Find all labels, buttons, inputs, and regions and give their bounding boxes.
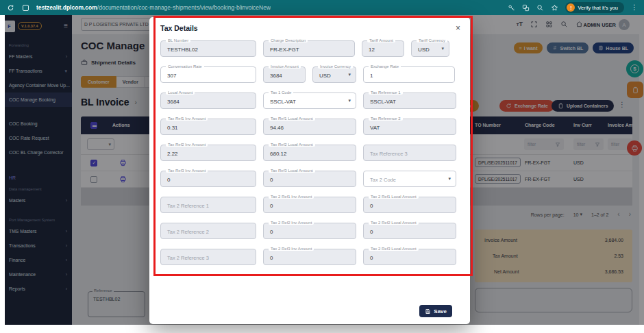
field-placeholder: Tax 2 Reference 3 (167, 255, 209, 261)
field-tax-reference-3[interactable]: Tax Reference 3 (363, 145, 456, 161)
field-value: 0 (270, 177, 273, 183)
refresh-icon[interactable] (6, 3, 15, 12)
field-value: 3684 (167, 99, 179, 105)
field-tariff-amount[interactable]: Tariff Amount12 (362, 40, 404, 57)
field-value: SSCL-VAT (370, 99, 396, 105)
field-value: 3684 (270, 73, 282, 79)
field-charge-description[interactable]: Charge DescriptionFR-EX-FGT (263, 40, 355, 57)
save-button[interactable]: Save (419, 305, 452, 317)
field-value: USD (418, 47, 430, 53)
field-value: 0 (270, 203, 273, 209)
field-label: Tariff Amount (367, 38, 395, 42)
field-label: Tax 2 Ref1 Local Amount (369, 195, 419, 199)
field-label: Tax Reference 1 (369, 90, 403, 95)
verify-button[interactable]: ! Verify that it's you (565, 2, 624, 13)
field-label: Tax Ref1 Inv Amount (166, 116, 208, 121)
field-placeholder: Tax 2 Code (370, 177, 396, 183)
field-value: 2.22 (167, 151, 178, 157)
field-placeholder: Tax 2 Reference 1 (167, 203, 209, 209)
field-row: Conversation Rate307Invoice Amount3684In… (160, 66, 459, 83)
field-row: Tax Ref3 Inv Amount0Tax Ref3 Local Amoun… (160, 171, 459, 187)
modal-title: Tax Details (160, 24, 198, 32)
field-label: Tax Ref3 Inv Amount (166, 169, 208, 173)
field-tax-ref2-inv-amount[interactable]: Tax Ref2 Inv Amount2.22 (160, 145, 256, 161)
field-label: Invoice Currency (318, 64, 353, 69)
field-tax-2-reference-3[interactable]: Tax 2 Reference 3 (160, 249, 256, 265)
field-tax-2-ref2-local-amount[interactable]: Tax 2 Ref2 Local Amount0 (363, 223, 456, 239)
field-label: Tax Ref2 Inv Amount (166, 143, 208, 147)
field-label: BL Number (166, 38, 190, 42)
search-icon[interactable] (536, 4, 544, 12)
address-bar[interactable]: testzealit.dplcom.com/documentation/coc-… (36, 4, 271, 11)
profile-alert-icon: ! (567, 3, 575, 12)
field-tax-reference-2[interactable]: Tax Reference 2VAT (363, 119, 456, 135)
close-icon[interactable]: × (456, 24, 460, 32)
field-label: Tax 1 Code (269, 90, 293, 95)
field-value: 0 (370, 255, 373, 261)
field-value: 0 (270, 229, 273, 235)
field-value: VAT (370, 125, 380, 131)
field-conversation-rate[interactable]: Conversation Rate307 (160, 66, 256, 83)
translate-icon[interactable] (522, 4, 530, 12)
field-value: FR-EX-FGT (270, 47, 299, 53)
field-local-amount[interactable]: Local Amount3684 (160, 92, 256, 109)
field-invoice-currency[interactable]: Invoice CurrencyUSD▾ (312, 66, 356, 83)
field-label: Tax Reference 2 (369, 116, 403, 121)
field-value: 94.46 (270, 125, 284, 131)
field-row: Tax 2 Reference 3Tax 2 Ref3 Inv Amount0T… (160, 249, 459, 265)
field-value: 0 (167, 177, 170, 183)
field-tax-2-ref3-inv-amount[interactable]: Tax 2 Ref3 Inv Amount0 (263, 249, 356, 265)
field-tax-2-ref1-inv-amount[interactable]: Tax 2 Ref1 Inv Amount0 (263, 197, 356, 213)
save-label: Save (434, 308, 447, 314)
field-row: Tax Ref1 Inv Amount0.31Tax Ref1 Local Am… (160, 119, 459, 135)
field-tax-2-reference-1[interactable]: Tax 2 Reference 1 (160, 197, 256, 213)
verify-label: Verify that it's you (578, 5, 618, 11)
field-exchange-rate[interactable]: Exchange Rate1 (363, 66, 455, 83)
field-tax-2-reference-2[interactable]: Tax 2 Reference 2 (160, 223, 256, 239)
field-value: SSCL-VAT (270, 99, 296, 105)
field-value: 680.12 (270, 151, 286, 157)
field-row: BL NumberTESTHBL02Charge DescriptionFR-E… (160, 40, 459, 57)
field-tax-2-ref2-inv-amount[interactable]: Tax 2 Ref2 Inv Amount0 (263, 223, 356, 239)
field-value: 307 (167, 73, 176, 79)
field-tax-ref1-inv-amount[interactable]: Tax Ref1 Inv Amount0.31 (160, 119, 256, 135)
field-tax-reference-1[interactable]: Tax Reference 1SSCL-VAT (363, 92, 456, 109)
field-value: 0.31 (167, 125, 178, 131)
field-tax-1-code[interactable]: Tax 1 CodeSSCL-VAT▾ (263, 92, 356, 109)
field-tax-ref1-local-amount[interactable]: Tax Ref1 Local Amount94.46 (263, 119, 356, 135)
field-tariff-currency[interactable]: Tariff CurrencyUSD▾ (411, 40, 449, 57)
field-invoice-amount[interactable]: Invoice Amount3684 (263, 66, 306, 83)
field-tax-ref3-inv-amount[interactable]: Tax Ref3 Inv Amount0 (160, 171, 256, 187)
field-bl-number[interactable]: BL NumberTESTHBL02 (160, 40, 256, 57)
field-tax-2-ref1-local-amount[interactable]: Tax 2 Ref1 Local Amount0 (363, 197, 456, 213)
screenshot-root: testzealit.dplcom.com/documentation/coc-… (0, 0, 644, 333)
field-row: Tax Ref2 Inv Amount2.22Tax Ref2 Local Am… (160, 145, 459, 161)
field-label: Tax 2 Ref2 Local Amount (369, 221, 419, 225)
dropdown-caret-icon: ▾ (348, 72, 351, 77)
field-tax-2-ref3-local-amount[interactable]: Tax 2 Ref3 Local Amount0 (363, 249, 456, 265)
dropdown-caret-icon: ▾ (441, 46, 444, 51)
browser-chrome: testzealit.dplcom.com/documentation/coc-… (0, 0, 644, 15)
field-label: Tax Ref2 Local Amount (269, 143, 315, 147)
field-value: 0 (370, 229, 373, 235)
field-label: Tax 2 Ref3 Inv Amount (269, 247, 314, 251)
bookmark-star-icon[interactable] (551, 4, 558, 12)
browser-menu-icon[interactable]: ⋮ (631, 4, 638, 11)
field-label: Tariff Currency (417, 38, 447, 42)
field-tax-2-code[interactable]: Tax 2 Code▾ (363, 171, 456, 187)
field-value: 0 (270, 255, 273, 261)
field-row: Local Amount3684Tax 1 CodeSSCL-VAT▾Tax R… (160, 92, 459, 109)
password-key-icon[interactable] (508, 4, 515, 12)
field-value: USD (319, 73, 331, 79)
field-placeholder: Tax Reference 3 (370, 151, 408, 157)
url-path: /documentation/coc-manage-shipments/view… (97, 4, 271, 11)
field-row: Tax 2 Reference 1Tax 2 Ref1 Inv Amount0T… (160, 197, 459, 213)
tax-details-modal: Tax Details × BL NumberTESTHBL02Charge D… (149, 17, 470, 324)
site-icon (23, 5, 29, 11)
field-label: Tax 2 Ref1 Inv Amount (269, 195, 314, 199)
field-tax-ref2-local-amount[interactable]: Tax Ref2 Local Amount680.12 (263, 145, 356, 161)
field-value: 12 (369, 47, 375, 53)
field-tax-ref3-local-amount[interactable]: Tax Ref3 Local Amount0 (263, 171, 356, 187)
field-value: 0 (370, 203, 373, 209)
field-row: Tax 2 Reference 2Tax 2 Ref2 Inv Amount0T… (160, 223, 459, 239)
